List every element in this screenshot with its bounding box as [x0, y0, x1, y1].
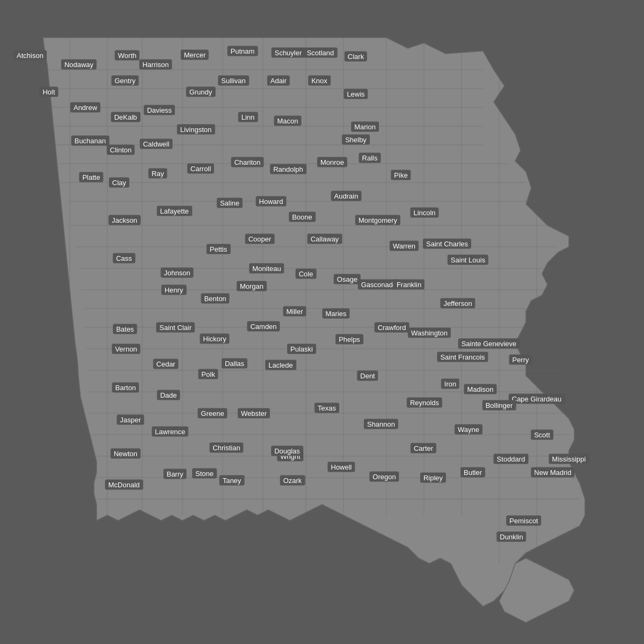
map-shape — [43, 38, 585, 623]
map-container: AtchisonNodawayWorthHarrisonMercerPutnam… — [0, 0, 644, 644]
missouri-map — [0, 0, 644, 644]
